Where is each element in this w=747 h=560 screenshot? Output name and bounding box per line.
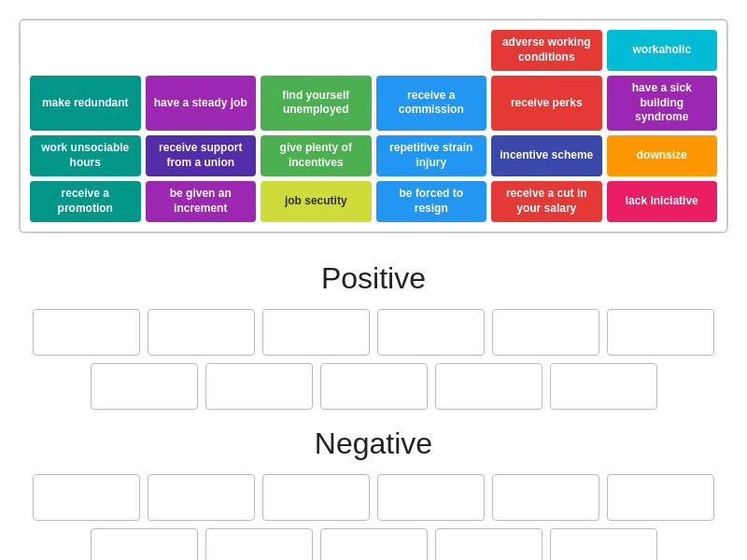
card-have-sick-building[interactable]: have a sick building syndrome	[607, 76, 718, 131]
positive-drop-zone	[19, 309, 728, 410]
card-receive-promotion[interactable]: receive a promotion	[30, 181, 141, 222]
negative-drop-10[interactable]	[435, 528, 543, 560]
positive-section: Positive	[19, 261, 728, 410]
positive-title: Positive	[19, 261, 728, 296]
card-receive-commission[interactable]: receive a commission	[376, 76, 487, 131]
card-work-unsociable[interactable]: work unsociable hours	[30, 135, 141, 176]
card-incentive-scheme[interactable]: incentive scheme	[491, 135, 602, 176]
card-find-yourself-unemployed[interactable]: find yourself unemployed	[261, 76, 372, 131]
positive-row-1	[19, 309, 728, 356]
card-make-redundant[interactable]: make redundant	[30, 76, 141, 131]
positive-drop-8[interactable]	[205, 363, 313, 410]
positive-drop-3[interactable]	[262, 309, 370, 356]
negative-title: Negative	[19, 427, 728, 461]
negative-drop-5[interactable]	[492, 474, 599, 521]
card-be-forced-resign[interactable]: be forced to resign	[376, 181, 487, 222]
positive-drop-2[interactable]	[148, 309, 255, 356]
positive-drop-10[interactable]	[435, 363, 543, 410]
negative-drop-3[interactable]	[262, 474, 370, 521]
positive-drop-7[interactable]	[91, 363, 198, 410]
negative-drop-9[interactable]	[320, 528, 428, 560]
card-workaholic[interactable]: workaholic	[607, 30, 718, 71]
negative-drop-11[interactable]	[550, 528, 657, 560]
card-job-security[interactable]: job secutity	[261, 181, 372, 222]
card-give-plenty[interactable]: give plenty of incentives	[261, 135, 372, 176]
positive-drop-4[interactable]	[377, 309, 485, 356]
card-have-steady-job[interactable]: have a steady job	[146, 76, 257, 131]
card-lack-initiative[interactable]: lack iniciative	[607, 181, 718, 222]
positive-drop-6[interactable]	[607, 309, 714, 356]
negative-row-1	[19, 474, 728, 521]
negative-row-2	[19, 528, 728, 560]
positive-drop-11[interactable]	[550, 363, 657, 410]
positive-row-2	[19, 363, 728, 410]
negative-drop-8[interactable]	[205, 528, 313, 560]
card-adverse-working[interactable]: adverse working conditions	[491, 30, 602, 71]
negative-drop-zone	[19, 474, 728, 560]
negative-drop-6[interactable]	[607, 474, 714, 521]
word-bank: adverse working conditions workaholic ma…	[19, 19, 728, 233]
card-repetitive-strain[interactable]: repetitive strain injury	[376, 135, 487, 176]
negative-section: Negative	[19, 427, 728, 560]
card-receive-support[interactable]: receive support from a union	[146, 135, 257, 176]
negative-drop-4[interactable]	[377, 474, 485, 521]
positive-drop-5[interactable]	[492, 309, 599, 356]
card-be-given-increment[interactable]: be given an increment	[146, 181, 257, 222]
card-downsize[interactable]: downsize	[607, 135, 718, 176]
positive-drop-9[interactable]	[320, 363, 428, 410]
card-receive-perks[interactable]: receive perks	[491, 76, 602, 131]
card-receive-cut-salary[interactable]: receive a cut in your salary	[491, 181, 602, 222]
positive-drop-1[interactable]	[33, 309, 140, 356]
negative-drop-2[interactable]	[148, 474, 255, 521]
negative-drop-7[interactable]	[91, 528, 198, 560]
negative-drop-1[interactable]	[33, 474, 140, 521]
